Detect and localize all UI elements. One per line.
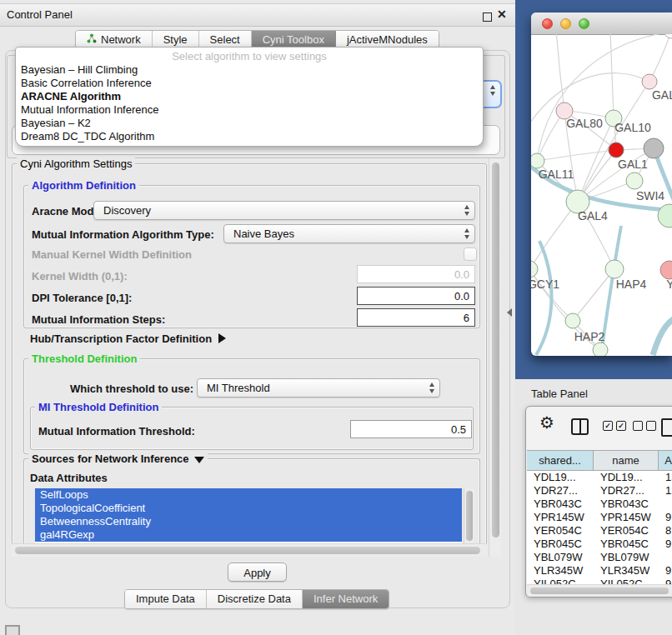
window-title: Control Panel — [7, 8, 73, 21]
tab-infer-network[interactable]: Infer Network — [303, 590, 389, 608]
which-threshold-combo[interactable]: MI Threshold — [197, 378, 440, 398]
table-row[interactable]: YBR043CYBR043C — [527, 498, 672, 511]
hub-definition-toggle[interactable]: Hub/Transcription Factor Definition — [30, 332, 226, 345]
algorithm-popup-item[interactable]: Dream8 DC_TDC Algorithm — [16, 130, 483, 143]
network-node-hap2[interactable] — [565, 313, 580, 328]
table-row[interactable]: YDL19...YDL19...13 — [527, 471, 672, 484]
which-threshold-label: Which threshold to use: — [70, 382, 193, 395]
file-icon[interactable] — [661, 418, 672, 437]
network-node-label: HAP4 — [616, 278, 647, 291]
table-row[interactable]: YER054CYER054C8. — [527, 524, 672, 538]
mi-type-combo[interactable]: Naive Bayes — [223, 224, 475, 243]
popup-placeholder: Select algorithm to view settings — [16, 50, 483, 63]
table-cell: YDL19... — [594, 471, 659, 484]
network-node-gal1[interactable] — [609, 142, 624, 158]
select-all-columns-icon[interactable]: ✓✓ — [603, 421, 626, 431]
network-edge[interactable] — [653, 314, 672, 355]
minimize-traffic-light-icon[interactable] — [560, 18, 571, 29]
network-node-y[interactable] — [660, 261, 672, 279]
network-edge[interactable] — [556, 34, 564, 111]
network-node-label: GAL4 — [578, 209, 608, 222]
table-cell: YBL079W — [594, 551, 659, 564]
table-column-header[interactable]: name — [594, 450, 659, 471]
table-cell: YER054C — [594, 524, 659, 538]
settings-horizontal-scrollbar[interactable] — [12, 543, 487, 557]
table-horizontal-scrollbar[interactable] — [527, 584, 672, 597]
mi-threshold-field[interactable] — [350, 420, 472, 438]
table-cell: YLR345W — [527, 564, 594, 578]
table-row[interactable]: YBL079WYBL079W — [527, 551, 672, 564]
table-row[interactable]: YBR045CYBR045C9. — [527, 538, 672, 551]
algorithm-popup-item[interactable]: ARACNE Algorithm — [16, 90, 483, 103]
network-edge[interactable] — [610, 34, 614, 118]
zoom-traffic-light-icon[interactable] — [579, 18, 589, 29]
algorithm-popup-item[interactable]: Mutual Information Inference — [16, 103, 483, 117]
network-edge[interactable] — [531, 158, 672, 211]
table-cell: YPR145W — [594, 511, 659, 524]
kernel-width-field[interactable] — [357, 265, 475, 283]
collapse-down-icon — [194, 457, 204, 463]
apply-button[interactable]: Apply — [228, 562, 287, 582]
network-node-gal[interactable] — [642, 74, 657, 89]
table-row[interactable]: YLR345WYLR345W9. — [527, 564, 672, 578]
dpi-tolerance-field[interactable] — [357, 287, 475, 305]
close-icon[interactable]: ✕ — [497, 9, 507, 19]
network-node[interactable] — [593, 342, 608, 356]
table-panel-window: ⚙ ✓✓ shared...nameA YDL19...YDL19...13YD… — [525, 406, 672, 598]
mi-threshold-legend: MI Threshold Definition — [35, 401, 162, 413]
float-window-icon[interactable] — [483, 12, 492, 22]
settings-vertical-scrollbar[interactable] — [489, 158, 501, 557]
collapse-panel-icon[interactable] — [5, 625, 20, 635]
network-node-label: SWI4 — [636, 189, 664, 202]
attribute-list-item[interactable]: gal4RGexp — [35, 528, 462, 542]
network-node[interactable] — [664, 34, 672, 38]
mi-steps-field[interactable] — [357, 308, 475, 327]
table-body: YDL19...YDL19...13YDR27...YDR27...12YBR0… — [527, 471, 672, 586]
table-column-header[interactable]: A — [659, 450, 672, 471]
control-panel-titlebar[interactable]: Control Panel ✕ — [0, 3, 515, 27]
manual-kernel-checkbox[interactable] — [464, 248, 477, 261]
algorithm-popup-list: Bayesian – Hill ClimbingBasic Correlatio… — [16, 63, 483, 143]
network-node-label: GAL80 — [566, 117, 603, 130]
table-cell: 9. — [659, 511, 672, 524]
columns-icon[interactable] — [571, 418, 589, 435]
table-cell: 12 — [659, 484, 672, 498]
network-edge[interactable] — [531, 202, 578, 269]
table-row[interactable]: YDR27...YDR27...12 — [527, 484, 672, 498]
table-cell — [659, 498, 672, 511]
network-node-label: GAL10 — [614, 121, 651, 134]
aracne-mode-combo[interactable]: Discovery — [93, 201, 475, 220]
sources-legend[interactable]: Sources for Network Inference — [28, 452, 208, 465]
algorithm-popup-item[interactable]: Bayesian – K2 — [16, 117, 483, 130]
table-row[interactable]: YPR145WYPR145W9. — [527, 511, 672, 524]
network-node-hap4[interactable] — [605, 260, 624, 278]
attribute-list-scrollbar[interactable] — [464, 488, 474, 545]
kernel-width-label: Kernel Width (0,1): — [32, 270, 128, 282]
table-column-header[interactable]: shared... — [527, 450, 594, 471]
tab-discretize-data[interactable]: Discretize Data — [207, 590, 303, 608]
table-cell: 9. — [659, 564, 672, 578]
attribute-list-item[interactable]: SelfLoops — [35, 488, 462, 502]
network-node[interactable] — [644, 138, 664, 158]
deselect-all-columns-icon[interactable] — [633, 421, 656, 431]
algorithm-popup-item[interactable]: Basic Correlation Inference — [16, 77, 483, 90]
network-node-gcy1[interactable] — [531, 261, 538, 278]
table-cell: YPR145W — [527, 511, 594, 524]
table-cell: 9. — [659, 538, 672, 551]
control-panel-window: Control Panel ✕ NetworkStyleSelectCyni T… — [0, 0, 516, 635]
attribute-list-item[interactable]: BetweennessCentrality — [35, 515, 462, 528]
mi-type-label: Mutual Information Algorithm Type: — [32, 228, 214, 241]
table-panel-title: Table Panel — [531, 388, 588, 400]
network-node-label: GCY1 — [531, 278, 559, 291]
combo-arrows-icon — [464, 205, 469, 216]
close-traffic-light-icon[interactable] — [542, 18, 553, 29]
splitter-collapse-icon[interactable] — [507, 308, 512, 317]
algorithm-popup-item[interactable]: Bayesian – Hill Climbing — [16, 63, 483, 77]
network-window-titlebar[interactable] — [531, 12, 672, 35]
network-node-swi4[interactable] — [626, 172, 643, 189]
gear-icon[interactable]: ⚙ — [539, 414, 554, 431]
attribute-list-item[interactable]: TopologicalCoefficient — [35, 502, 462, 515]
network-canvas[interactable]: GALGAL80GAL10GAL1GAL11SWI4GAL4GCY1HAP4YH… — [531, 34, 672, 356]
tab-impute-data[interactable]: Impute Data — [125, 590, 207, 608]
network-node-gal11[interactable] — [531, 153, 544, 168]
